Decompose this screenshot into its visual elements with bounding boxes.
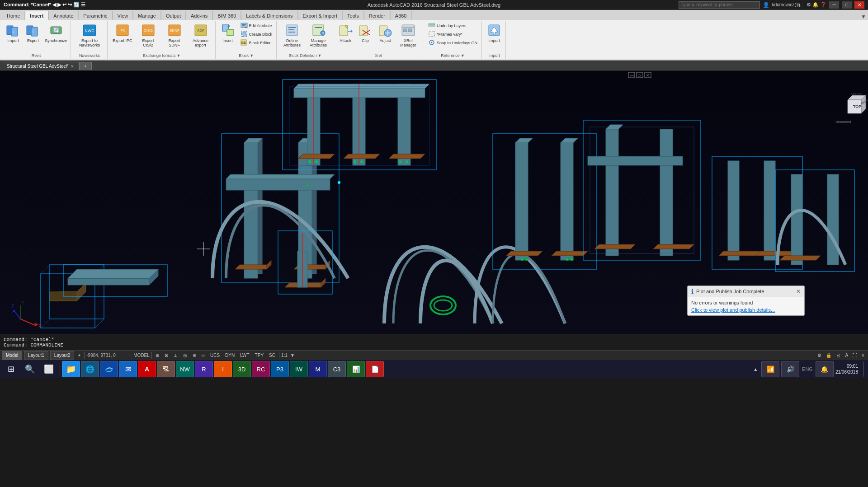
- plot-status-btn[interactable]: 🖨: [834, 351, 842, 360]
- ortho-toggle[interactable]: ⊥: [172, 351, 179, 360]
- tab-a360[interactable]: A360: [390, 11, 412, 20]
- dyn-toggle[interactable]: DYN: [223, 351, 236, 360]
- restore-button[interactable]: □: [842, 1, 852, 9]
- lock-btn[interactable]: 🔓: [824, 351, 833, 360]
- task-view-button[interactable]: ⬜: [40, 361, 58, 377]
- close-button[interactable]: ✕: [854, 1, 864, 9]
- block-dropdown-icon[interactable]: ▼: [250, 53, 254, 58]
- ie-taskbar-btn[interactable]: 🌐: [81, 361, 99, 377]
- tab-layout1[interactable]: Layout1: [24, 351, 48, 360]
- autocad-taskbar-btn[interactable]: A: [138, 361, 156, 377]
- export-navisworks-button[interactable]: NWC Export to Navisworks: [74, 22, 105, 49]
- attach-icon: [338, 23, 353, 37]
- synchronize-button[interactable]: 🔄 Synchronize: [43, 22, 69, 49]
- doc-tab-structural[interactable]: Structural Steel GBL AdvSteel* ✕: [2, 62, 79, 70]
- maya-taskbar-btn[interactable]: M: [309, 361, 327, 377]
- tab-bim360[interactable]: BIM 360: [212, 11, 241, 20]
- robotarm-taskbar-btn[interactable]: R: [195, 361, 213, 377]
- reference-dropdown-icon[interactable]: ▼: [461, 53, 465, 58]
- outlook-taskbar-btn[interactable]: ✉: [119, 361, 137, 377]
- excel-taskbar-btn[interactable]: 📊: [347, 361, 365, 377]
- adjust-button[interactable]: Adjust: [376, 22, 395, 49]
- import-final-button[interactable]: Import: [485, 22, 504, 49]
- infraworks-taskbar-btn[interactable]: IW: [290, 361, 308, 377]
- command-input[interactable]: [67, 340, 864, 345]
- tab-model[interactable]: Model: [2, 351, 22, 360]
- 3dsmax-taskbar-btn[interactable]: 3D: [233, 361, 251, 377]
- tab-view[interactable]: View: [113, 11, 133, 20]
- volume-btn[interactable]: 🔊: [781, 361, 799, 377]
- plant3d-taskbar-btn[interactable]: P3: [271, 361, 289, 377]
- ribbon-expand-btn[interactable]: ▼: [861, 14, 866, 20]
- tab-layout2[interactable]: Layout2: [50, 351, 75, 360]
- export-sdnf-button[interactable]: SDNF Export SDNF: [162, 22, 187, 49]
- attach-button[interactable]: Attach: [336, 22, 355, 49]
- export-button[interactable]: ↑ Export: [24, 22, 42, 49]
- tab-home[interactable]: Home: [2, 11, 25, 20]
- tab-render[interactable]: Render: [364, 11, 390, 20]
- workspace-btn[interactable]: ⚙: [816, 351, 823, 360]
- export-cis2-button[interactable]: CIS/2 Export CIS/2: [136, 22, 161, 49]
- tab-addins[interactable]: Add-ins: [186, 11, 212, 20]
- grid-toggle[interactable]: ⊞: [154, 351, 161, 360]
- edge-taskbar-btn[interactable]: [100, 361, 118, 377]
- clip-button[interactable]: Clip: [356, 22, 375, 49]
- recap-taskbar-btn[interactable]: RC: [252, 361, 270, 377]
- doc-tab-add[interactable]: +: [79, 62, 92, 70]
- underlay-layers-button[interactable]: Underlay Layers: [426, 22, 480, 30]
- customize-btn[interactable]: ≡: [860, 351, 866, 360]
- inventor-taskbar-btn[interactable]: I: [214, 361, 232, 377]
- osnap-toggle[interactable]: ⊕: [191, 351, 198, 360]
- tab-annotate[interactable]: Annotate: [48, 11, 78, 20]
- revit-taskbar-btn[interactable]: 🏗: [157, 361, 175, 377]
- define-attributes-button[interactable]: Define Attributes: [279, 22, 305, 49]
- search-taskbar-button[interactable]: 🔍: [21, 361, 39, 377]
- transp-toggle[interactable]: TPY: [253, 351, 265, 360]
- pdf-taskbar-btn[interactable]: 📄: [366, 361, 384, 377]
- tab-tools[interactable]: Tools: [342, 11, 364, 20]
- edit-attribute-button[interactable]: Edit Attribute: [238, 22, 275, 30]
- block-def-dropdown-icon[interactable]: ▼: [318, 53, 322, 58]
- exchange-dropdown-icon[interactable]: ▼: [177, 53, 181, 58]
- navisworks-taskbar-btn[interactable]: NW: [176, 361, 194, 377]
- search-input[interactable]: [679, 1, 760, 9]
- snap-underlays-button[interactable]: Snap to Underlays ON: [426, 39, 480, 47]
- tab-manage[interactable]: Manage: [133, 11, 161, 20]
- explorer-taskbar-btn[interactable]: 📁: [62, 361, 80, 377]
- svg-point-120: [399, 160, 401, 163]
- tab-parametric[interactable]: Parametric: [78, 11, 112, 20]
- fullscreen-btn[interactable]: ⛶: [851, 351, 859, 360]
- network-btn[interactable]: 📶: [761, 361, 779, 377]
- notification-link[interactable]: Click to view plot and publish details..…: [691, 307, 775, 313]
- export-ipc-button[interactable]: IPC Export IPC: [110, 22, 135, 49]
- add-layout-button[interactable]: +: [76, 351, 82, 360]
- viewport[interactable]: X Z Y TOP RIGHT FRONT Unnamed —: [0, 70, 868, 334]
- create-block-button[interactable]: Create Block: [238, 30, 275, 38]
- ducs-toggle[interactable]: UCS: [208, 351, 222, 360]
- polar-toggle[interactable]: ◎: [181, 351, 189, 360]
- show-desktop-btn[interactable]: [863, 361, 866, 377]
- anno-scale-btn[interactable]: A: [843, 351, 850, 360]
- show-hidden-icons-btn[interactable]: ▲: [751, 365, 760, 373]
- tab-output[interactable]: Output: [161, 11, 186, 20]
- lweight-toggle[interactable]: LWT: [238, 351, 251, 360]
- snap-toggle[interactable]: ⊠: [163, 351, 170, 360]
- advance-export-button[interactable]: ADV Advance export: [188, 22, 213, 49]
- notification-taskbar-btn[interactable]: 🔔: [816, 361, 834, 377]
- manage-attributes-button[interactable]: ⚙ Manage Attributes: [306, 22, 331, 49]
- insert-button[interactable]: Insert: [218, 22, 237, 49]
- notification-close-button[interactable]: ✕: [796, 288, 801, 295]
- block-editor-button[interactable]: BE Block Editor: [238, 39, 275, 47]
- import-button[interactable]: ↓ Import: [4, 22, 23, 49]
- civil3d-taskbar-btn[interactable]: C3: [328, 361, 346, 377]
- tab-exportimport[interactable]: Export & Import: [298, 11, 342, 20]
- doc-tab-close-icon[interactable]: ✕: [71, 64, 74, 69]
- start-button[interactable]: ⊞: [2, 361, 20, 377]
- sel-cycle-toggle[interactable]: SC: [267, 351, 277, 360]
- tab-insert[interactable]: Insert: [25, 11, 48, 20]
- minimize-button[interactable]: ─: [829, 1, 839, 9]
- tab-labdim[interactable]: Labels & Dimensions: [241, 11, 297, 20]
- otrack-toggle[interactable]: ∞: [200, 351, 207, 360]
- xref-manager-button[interactable]: XRef Manager: [396, 22, 421, 49]
- frames-vary-button[interactable]: *Frames vary*: [426, 30, 480, 38]
